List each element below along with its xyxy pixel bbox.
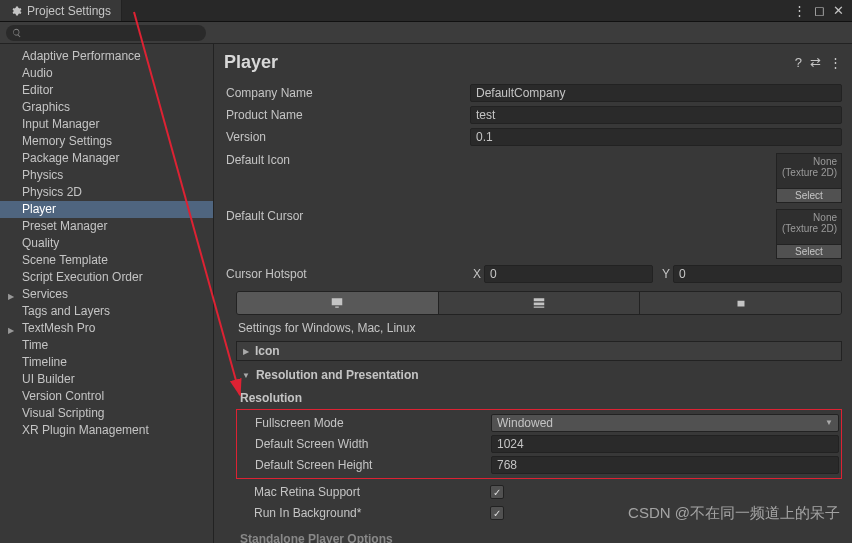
version-field[interactable]: 0.1 xyxy=(470,128,842,146)
resolution-highlight-box: Fullscreen Mode Windowed ▼ Default Scree… xyxy=(236,409,842,479)
retina-label: Mac Retina Support xyxy=(238,485,490,499)
chevron-right-icon: ▶ xyxy=(243,347,249,356)
default-cursor-select-button[interactable]: Select xyxy=(776,245,842,259)
sidebar-item-script-execution-order[interactable]: Script Execution Order xyxy=(0,269,213,286)
sidebar-item-physics[interactable]: Physics xyxy=(0,167,213,184)
default-cursor-slot[interactable]: None (Texture 2D) xyxy=(776,209,842,245)
sidebar-item-services[interactable]: ▶Services xyxy=(0,286,213,303)
runbg-label: Run In Background* xyxy=(238,506,490,520)
sidebar-item-graphics[interactable]: Graphics xyxy=(0,99,213,116)
foldout-icon[interactable]: ▶ Icon xyxy=(236,341,842,361)
server-icon xyxy=(532,296,546,310)
page-title: Player xyxy=(224,52,278,73)
platform-caption: Settings for Windows, Mac, Linux xyxy=(224,315,842,341)
retina-checkbox[interactable]: ✓ xyxy=(490,485,504,499)
sidebar-item-ui-builder[interactable]: UI Builder xyxy=(0,371,213,388)
default-width-field[interactable]: 1024 xyxy=(491,435,839,453)
hotspot-x-label: X xyxy=(470,267,484,281)
window-menu-icon[interactable]: ⋮ xyxy=(793,3,806,18)
sidebar-item-scene-template[interactable]: Scene Template xyxy=(0,252,213,269)
version-label: Version xyxy=(224,130,470,144)
default-height-field[interactable]: 768 xyxy=(491,456,839,474)
sidebar-item-package-manager[interactable]: Package Manager xyxy=(0,150,213,167)
sidebar-item-timeline[interactable]: Timeline xyxy=(0,354,213,371)
platform-tab-desktop[interactable] xyxy=(237,292,439,314)
menu-icon[interactable]: ⋮ xyxy=(829,55,842,70)
default-width-label: Default Screen Width xyxy=(239,437,491,451)
sidebar-item-quality[interactable]: Quality xyxy=(0,235,213,252)
desktop-icon xyxy=(330,296,344,310)
preset-icon[interactable]: ⇄ xyxy=(810,55,821,70)
default-height-label: Default Screen Height xyxy=(239,458,491,472)
sidebar-item-physics-2d[interactable]: Physics 2D xyxy=(0,184,213,201)
hotspot-y-field[interactable]: 0 xyxy=(673,265,842,283)
sidebar-item-xr-plugin-management[interactable]: XR Plugin Management xyxy=(0,422,213,439)
default-cursor-label: Default Cursor xyxy=(224,209,470,223)
sidebar-item-adaptive-performance[interactable]: Adaptive Performance xyxy=(0,48,213,65)
chevron-down-icon: ▼ xyxy=(825,415,833,431)
standalone-options-label: Standalone Player Options xyxy=(224,526,842,543)
fullscreen-mode-label: Fullscreen Mode xyxy=(239,416,491,430)
chevron-right-icon: ▶ xyxy=(8,323,14,338)
window-close-icon[interactable]: ✕ xyxy=(833,3,844,18)
foldout-resolution[interactable]: ▼ Resolution and Presentation xyxy=(236,365,842,385)
hotspot-x-field[interactable]: 0 xyxy=(484,265,653,283)
platform-tab-server[interactable] xyxy=(439,292,641,314)
project-settings-tab[interactable]: Project Settings xyxy=(0,0,122,21)
sidebar-item-visual-scripting[interactable]: Visual Scripting xyxy=(0,405,213,422)
chevron-right-icon: ▶ xyxy=(8,289,14,304)
sidebar-item-tags-and-layers[interactable]: Tags and Layers xyxy=(0,303,213,320)
hotspot-y-label: Y xyxy=(659,267,673,281)
cursor-hotspot-label: Cursor Hotspot xyxy=(224,267,470,281)
sidebar-item-preset-manager[interactable]: Preset Manager xyxy=(0,218,213,235)
default-icon-slot[interactable]: None (Texture 2D) xyxy=(776,153,842,189)
fullscreen-mode-dropdown[interactable]: Windowed ▼ xyxy=(491,414,839,432)
sidebar-item-editor[interactable]: Editor xyxy=(0,82,213,99)
window-title: Project Settings xyxy=(27,4,111,18)
company-name-label: Company Name xyxy=(224,86,470,100)
default-icon-select-button[interactable]: Select xyxy=(776,189,842,203)
sidebar-item-input-manager[interactable]: Input Manager xyxy=(0,116,213,133)
help-icon[interactable]: ? xyxy=(795,55,802,70)
default-icon-label: Default Icon xyxy=(224,153,470,167)
sidebar-item-version-control[interactable]: Version Control xyxy=(0,388,213,405)
resolution-section-label: Resolution xyxy=(224,389,842,409)
runbg-checkbox[interactable]: ✓ xyxy=(490,506,504,520)
product-name-label: Product Name xyxy=(224,108,470,122)
search-input[interactable] xyxy=(6,25,206,41)
sidebar-item-audio[interactable]: Audio xyxy=(0,65,213,82)
sidebar-item-textmesh-pro[interactable]: ▶TextMesh Pro xyxy=(0,320,213,337)
sidebar-item-player[interactable]: Player xyxy=(0,201,213,218)
sidebar-item-memory-settings[interactable]: Memory Settings xyxy=(0,133,213,150)
platform-tab-android[interactable] xyxy=(640,292,841,314)
product-name-field[interactable]: test xyxy=(470,106,842,124)
android-icon xyxy=(734,296,748,310)
search-icon xyxy=(12,28,22,38)
gear-icon xyxy=(10,5,22,17)
company-name-field[interactable]: DefaultCompany xyxy=(470,84,842,102)
sidebar-item-time[interactable]: Time xyxy=(0,337,213,354)
chevron-down-icon: ▼ xyxy=(242,371,250,380)
window-maximize-icon[interactable]: ◻ xyxy=(814,3,825,18)
